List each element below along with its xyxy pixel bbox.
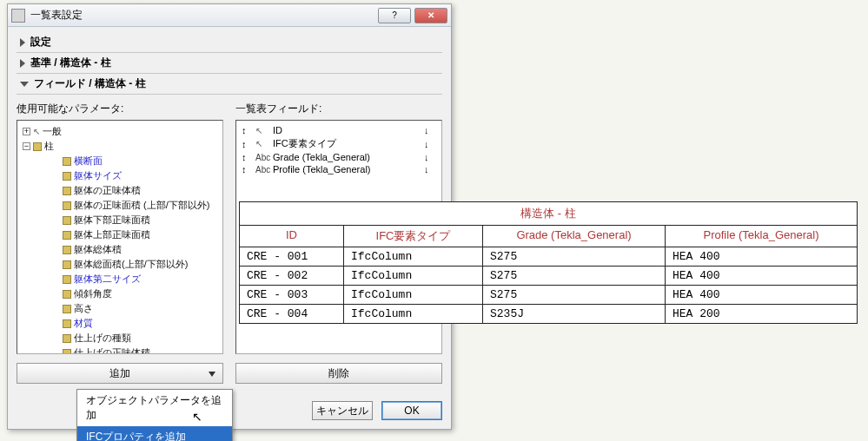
chevron-right-icon xyxy=(20,38,25,47)
tree-item-label: 仕上げの正味体積 xyxy=(74,346,150,354)
tree-item[interactable]: 躯体の正味体積 xyxy=(21,183,219,198)
sort-direction-icon[interactable]: ↓ xyxy=(424,152,436,162)
remove-button[interactable]: 削除 xyxy=(235,363,442,384)
sort-direction-icon[interactable]: ↓ xyxy=(424,164,436,174)
schedule-output-table: 構造体 - 柱 ID IFC要素タイプ Grade (Tekla_General… xyxy=(239,201,858,324)
tree-item[interactable]: 高さ xyxy=(21,301,219,316)
table-header: Grade (Tekla_General) xyxy=(483,226,666,247)
accordion-criteria[interactable]: 基準 / 構造体 - 柱 xyxy=(17,53,442,74)
tree-item[interactable]: 躯体上部正味面積 xyxy=(21,227,219,242)
table-cell: IfcColumn xyxy=(344,305,483,323)
param-icon xyxy=(63,231,71,240)
table-cell: CRE - 001 xyxy=(240,247,344,267)
ok-button[interactable]: OK xyxy=(381,401,442,420)
param-icon xyxy=(63,216,71,225)
tree-item-label: 材質 xyxy=(74,317,93,330)
sort-handle-icon[interactable]: ↕ xyxy=(242,152,252,162)
table-header: IFC要素タイプ xyxy=(344,226,483,247)
param-icon xyxy=(63,334,71,343)
tree-item-label: 躯体総体積 xyxy=(74,243,122,256)
table-cell: CRE - 002 xyxy=(240,267,344,286)
schedule-fields-label: 一覧表フィールド: xyxy=(235,102,442,116)
accordion-settings[interactable]: 設定 xyxy=(17,32,442,53)
table-cell: IfcColumn xyxy=(344,247,483,267)
close-button[interactable]: ✕ xyxy=(414,8,447,23)
tree-item-label: 躯体上部正味面積 xyxy=(74,228,150,241)
field-row[interactable]: ↕AbcGrade (Tekla_General)↓ xyxy=(240,151,438,163)
sort-direction-icon[interactable]: ↓ xyxy=(424,125,436,135)
sort-direction-icon[interactable]: ↓ xyxy=(424,139,436,149)
table-header: ID xyxy=(240,226,344,247)
tree-item-label: 仕上げの種類 xyxy=(74,332,131,345)
cancel-button[interactable]: キャンセル xyxy=(312,401,373,420)
menu-item-add-ifc-property[interactable]: IFCプロパティを追加 xyxy=(77,426,232,441)
add-button[interactable]: 追加 xyxy=(17,363,223,384)
param-icon xyxy=(63,275,71,284)
available-params-label: 使用可能なパラメータ: xyxy=(17,102,223,116)
tree-item-label: 躯体サイズ xyxy=(74,169,122,182)
table-row: CRE - 002IfcColumnS275HEA 400 xyxy=(240,267,857,286)
field-label: Profile (Tekla_General) xyxy=(273,164,421,174)
table-cell: IfcColumn xyxy=(344,267,483,286)
param-icon xyxy=(63,201,71,210)
expand-icon[interactable]: + xyxy=(23,128,30,135)
text-icon: Abc xyxy=(255,153,269,162)
cursor-icon: ↖ xyxy=(33,127,40,136)
table-row: CRE - 003IfcColumnS275HEA 400 xyxy=(240,286,857,305)
help-button[interactable]: ? xyxy=(378,8,411,23)
tree-item-label: 躯体の正味面積 (上部/下部以外) xyxy=(74,199,209,212)
sort-handle-icon[interactable]: ↕ xyxy=(242,139,252,149)
tree-item[interactable]: 材質 xyxy=(21,316,219,331)
field-row[interactable]: ↕↖ID↓ xyxy=(240,124,438,136)
field-label: ID xyxy=(273,125,421,135)
tree-item[interactable]: 躯体総体積 xyxy=(21,242,219,257)
tree-node-column[interactable]: 柱 xyxy=(44,140,54,153)
table-header-row: ID IFC要素タイプ Grade (Tekla_General) Profil… xyxy=(240,226,857,247)
cursor-icon: ↖ xyxy=(255,126,269,135)
menu-item-add-object-param[interactable]: オブジェクトパラメータを追加 xyxy=(77,390,232,426)
tree-item[interactable]: 傾斜角度 xyxy=(21,286,219,301)
chevron-down-icon xyxy=(20,82,29,87)
table-cell: S235J xyxy=(483,305,666,323)
field-row[interactable]: ↕↖IFC要素タイプ↓ xyxy=(240,136,438,151)
tree-item[interactable]: 躯体総面積(上部/下部以外) xyxy=(21,257,219,272)
titlebar[interactable]: 一覧表設定 ? ✕ xyxy=(8,4,451,27)
tree-item[interactable]: 仕上げの正味体積 xyxy=(21,346,219,354)
tree-item[interactable]: 仕上げの種類 xyxy=(21,331,219,346)
app-icon xyxy=(11,9,25,23)
mouse-cursor-icon: ↖ xyxy=(192,410,202,424)
table-cell: S275 xyxy=(483,286,666,305)
collapse-icon[interactable]: − xyxy=(23,142,30,150)
tree-item-label: 高さ xyxy=(74,302,93,315)
tree-item-label: 躯体第二サイズ xyxy=(74,273,141,286)
tree-item[interactable]: 躯体サイズ xyxy=(21,168,219,183)
field-row[interactable]: ↕AbcProfile (Tekla_General)↓ xyxy=(240,163,438,175)
table-cell: S275 xyxy=(483,267,666,286)
tree-item[interactable]: 横断面 xyxy=(21,154,219,168)
table-cell: CRE - 004 xyxy=(240,305,344,323)
tree-item[interactable]: 躯体の正味面積 (上部/下部以外) xyxy=(21,198,219,213)
tree-item[interactable]: 躯体下部正味面積 xyxy=(21,213,219,227)
param-icon xyxy=(63,349,71,355)
folder-icon xyxy=(33,142,42,151)
cursor-icon: ↖ xyxy=(255,139,269,148)
param-icon xyxy=(63,260,71,269)
tree-item-label: 躯体総面積(上部/下部以外) xyxy=(74,258,188,271)
tree-item-label: 横断面 xyxy=(74,155,103,168)
field-label: Grade (Tekla_General) xyxy=(273,152,421,162)
available-params-tree[interactable]: + ↖ 一般 − 柱 横断面躯体サイズ躯体の正味体積躯体の正味面積 (上部/下部… xyxy=(17,120,223,354)
sort-handle-icon[interactable]: ↕ xyxy=(242,164,252,174)
tree-item[interactable]: 躯体第二サイズ xyxy=(21,272,219,286)
table-cell: HEA 400 xyxy=(666,286,857,305)
table-row: CRE - 001IfcColumnS275HEA 400 xyxy=(240,247,857,267)
dialog-title: 一覧表設定 xyxy=(30,8,374,23)
accordion-fields[interactable]: フィールド / 構造体 - 柱 xyxy=(17,74,442,95)
sort-handle-icon[interactable]: ↕ xyxy=(242,125,252,135)
chevron-down-icon xyxy=(209,372,215,377)
tree-node-general[interactable]: 一般 xyxy=(43,125,62,138)
table-cell: CRE - 003 xyxy=(240,286,344,305)
table-cell: HEA 200 xyxy=(666,305,857,323)
tree-item-label: 躯体の正味体積 xyxy=(74,184,141,197)
param-icon xyxy=(63,290,71,299)
text-icon: Abc xyxy=(255,165,269,174)
